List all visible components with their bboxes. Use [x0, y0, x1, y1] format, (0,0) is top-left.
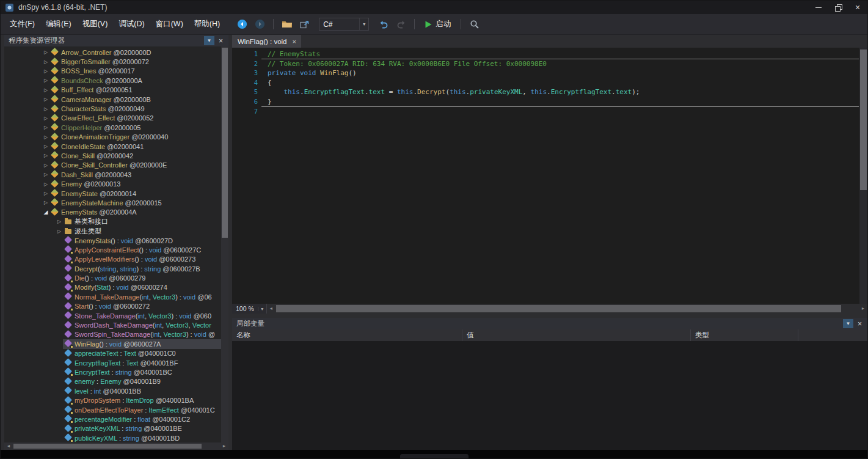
tree-expander-icon[interactable]: ▷ [41, 125, 51, 130]
horizontal-splitter[interactable] [232, 314, 867, 318]
tree-row[interactable]: ▷CharacterStats @02000049 [4, 104, 221, 113]
line-number[interactable]: 2 [232, 59, 261, 69]
tree-expander-icon[interactable]: ▷ [54, 229, 64, 234]
tree-row[interactable]: level : int @040001BB [4, 386, 221, 395]
tree-horizontal-scrollbar[interactable]: ◄ ► [4, 442, 228, 450]
tree-row[interactable]: Start() : void @06000272 [4, 302, 221, 311]
menu-item-1[interactable]: 编辑(E) [40, 17, 77, 32]
tree-expander-icon[interactable]: ▷ [41, 153, 51, 158]
line-number[interactable]: 3 [232, 68, 261, 78]
tree-row[interactable]: EncryptflagText : Text @040001BF [4, 358, 221, 367]
tree-row[interactable]: appreciateText : Text @040001C0 [4, 349, 221, 358]
scroll-left-icon[interactable]: ◄ [4, 442, 13, 450]
tree-expander-icon[interactable]: ▷ [54, 219, 64, 224]
line-number[interactable]: 4 [232, 78, 261, 88]
close-button[interactable]: × [848, 1, 867, 14]
tree-expander-icon[interactable]: ▷ [41, 116, 51, 121]
minimize-button[interactable] [809, 1, 828, 14]
tree-row[interactable]: Modify(Stat) : void @06000274 [4, 283, 221, 292]
code-text[interactable]: this.EncryptflagText.text = this.Decrypt… [261, 87, 859, 97]
tree-row[interactable]: ▷CameraManager @0200000B [4, 95, 221, 104]
navigate-back-button[interactable] [235, 17, 249, 31]
menu-item-3[interactable]: 调试(D) [113, 17, 150, 32]
locals-body[interactable] [232, 341, 867, 450]
panel-close-button[interactable]: × [216, 36, 226, 45]
scrollbar-thumb[interactable] [276, 305, 842, 312]
tree-row[interactable]: EnemyStats() : void @0600027D [4, 236, 221, 245]
tree-row[interactable]: ▷Buff_Effect @02000051 [4, 86, 221, 95]
code-text[interactable] [261, 107, 859, 117]
tree-row[interactable]: SwordSpin_TakeDamage(int, Vector3) : voi… [4, 330, 221, 339]
tree-row[interactable]: ▷Clone_Skill @02000042 [4, 151, 221, 160]
redo-button[interactable] [394, 17, 408, 31]
code-text[interactable]: // EnemyStats [261, 50, 859, 59]
start-debug-button[interactable]: 启动 [421, 18, 454, 31]
tree-expander-icon[interactable]: ▷ [41, 50, 51, 55]
tree-expander-icon[interactable]: ▷ [41, 182, 51, 187]
code-text[interactable]: { [261, 78, 859, 88]
tree-expander-icon[interactable]: ▷ [41, 78, 51, 83]
search-button[interactable] [467, 17, 481, 31]
tree-expander-icon[interactable]: ▷ [41, 68, 51, 74]
tab-winflag[interactable]: WinFlag() : void × [232, 35, 301, 48]
restore-button[interactable] [828, 1, 848, 14]
tree-row[interactable]: ▷Arrow_Controller @0200000D [4, 48, 221, 57]
tree-row[interactable]: ▷Clone_Skill_Controller @0200000E [4, 161, 221, 170]
menu-item-2[interactable]: 视图(V) [77, 17, 114, 32]
tree-row[interactable]: ▷ClearEffect_Effect @02000052 [4, 114, 221, 123]
scroll-right-icon[interactable]: ► [220, 442, 228, 450]
scroll-right-icon[interactable]: ► [859, 305, 867, 312]
window-position-button[interactable]: ▼ [843, 319, 853, 328]
tree-row[interactable]: ▷Dash_Skill @02000043 [4, 170, 221, 179]
tree-row[interactable]: WinFlag() : void @0600027A [4, 339, 221, 348]
tree-row[interactable]: Die() : void @06000279 [4, 273, 221, 282]
navigate-forward-button[interactable] [253, 17, 267, 31]
zoom-selector[interactable]: 100 % ▼ [232, 304, 267, 314]
scrollbar-track[interactable] [13, 442, 220, 450]
tree-expander-icon[interactable]: ▷ [41, 134, 51, 140]
tree-row[interactable]: ▷BOSS_Ines @02000017 [4, 67, 221, 76]
line-number[interactable]: 1 [232, 50, 261, 59]
tab-close-icon[interactable]: × [293, 38, 296, 45]
code-text[interactable]: private void WinFlag() [261, 68, 859, 78]
tree-row[interactable]: Normal_TakeDamage(int, Vector3) : void @… [4, 292, 221, 301]
scrollbar-thumb[interactable] [13, 444, 202, 449]
scrollbar-thumb[interactable] [222, 48, 228, 238]
tree-row[interactable]: ▷BoundsCheck @0200000A [4, 76, 221, 85]
tree-expander-icon[interactable]: ▷ [41, 97, 51, 102]
tree-vertical-scrollbar[interactable] [221, 46, 228, 442]
tree-expander-icon[interactable]: ▷ [41, 59, 51, 65]
titlebar[interactable]: dnSpy v6.1.8 (64-bit, .NET) × [1, 1, 867, 14]
tree-expander-icon[interactable]: ▷ [41, 172, 51, 177]
tree-row[interactable]: ▷ClipperHelper @02000005 [4, 123, 221, 132]
tree-row[interactable]: ApplyLevelModifiers() : void @06000273 [4, 255, 221, 264]
tree-row[interactable]: SwordDash_TakeDamage(int, Vector3, Vecto… [4, 320, 221, 329]
editor-horizontal-scrollbar[interactable]: ◄ ► [267, 304, 867, 314]
locals-header[interactable]: 局部变量 ▼ × [232, 318, 867, 329]
panel-close-button[interactable]: × [855, 319, 865, 328]
tree-expander-icon[interactable]: ▷ [41, 106, 51, 112]
tree-row[interactable]: ▷基类和接口 [4, 217, 221, 226]
tree-row[interactable]: Stone_TakeDamage(int, Vector3) : void @0… [4, 311, 221, 320]
code-editor[interactable]: 1// EnemyStats2// Token: 0x0600027A RID:… [232, 48, 867, 304]
editor-vertical-scrollbar[interactable] [859, 48, 867, 304]
tree-row[interactable]: ApplyConstraintEffect() : void @0600027C [4, 245, 221, 254]
line-number[interactable]: 5 [232, 87, 261, 97]
open-file-button[interactable] [280, 17, 294, 31]
assembly-explorer-header[interactable]: 程序集资源管理器 ▼ × [4, 35, 228, 46]
menu-item-0[interactable]: 文件(F) [4, 17, 40, 32]
line-number[interactable]: 7 [232, 107, 261, 117]
tree-expander-icon[interactable]: ▷ [41, 144, 51, 149]
tree-row[interactable]: ▷EnemyState @02000014 [4, 189, 221, 198]
tree-row[interactable]: enemy : Enemy @040001B9 [4, 377, 221, 386]
locals-column-header-0[interactable]: 名称 [232, 329, 462, 341]
open-module-button[interactable] [297, 17, 312, 31]
tree-row[interactable]: privateKeyXML : string @040001BE [4, 424, 221, 433]
scrollbar-track[interactable] [275, 304, 859, 314]
tree-expander-icon[interactable]: ▷ [41, 163, 51, 168]
menu-item-5[interactable]: 帮助(H) [189, 17, 225, 32]
tree-row[interactable]: myDropSystem : ItemDrop @040001BA [4, 395, 221, 405]
tree-row[interactable]: EncryptText : string @040001BC [4, 367, 221, 376]
tree-expander-icon[interactable]: ▷ [41, 191, 51, 196]
window-position-button[interactable]: ▼ [204, 36, 214, 45]
